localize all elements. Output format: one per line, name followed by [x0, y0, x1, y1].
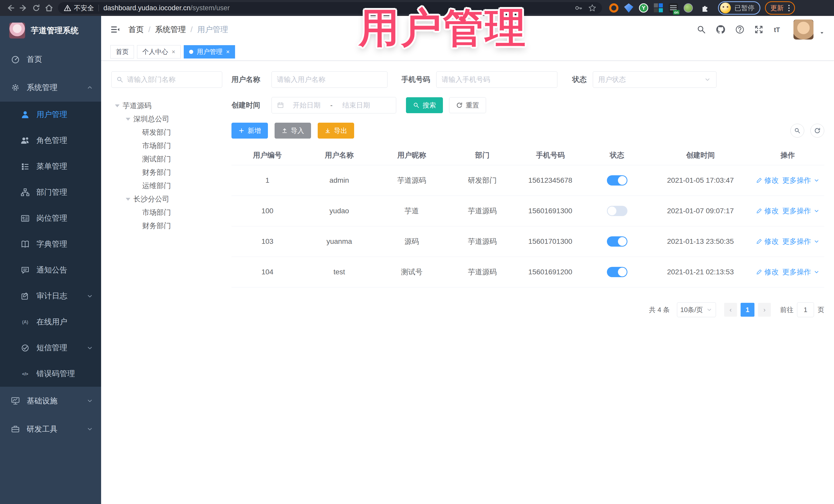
- column-header: 状态: [584, 150, 650, 160]
- tree-expand-icon[interactable]: [115, 105, 119, 107]
- page-url[interactable]: dashboard.yudao.iocoder.cn/system/user: [104, 4, 230, 12]
- tree-node[interactable]: 芋道源码: [111, 99, 222, 112]
- sidebar-logo[interactable]: 芋道管理系统: [0, 16, 101, 45]
- extension-blue-gem-icon[interactable]: [624, 3, 633, 13]
- tree-node[interactable]: 测试部门: [111, 152, 222, 166]
- sidebar-item-menu-mgmt[interactable]: 菜单管理: [0, 153, 101, 179]
- bookmark-star-icon[interactable]: [588, 4, 596, 12]
- browser-update-menu-button[interactable]: 更新: [765, 1, 795, 15]
- username-input[interactable]: [277, 76, 382, 84]
- sidebar-item-audit-log[interactable]: 审计日志: [0, 283, 101, 309]
- export-button[interactable]: 导出: [318, 123, 354, 138]
- status-toggle[interactable]: [607, 175, 628, 185]
- tree-node[interactable]: 市场部门: [111, 139, 222, 152]
- sidebar-item-dev-tools[interactable]: 研发工具: [0, 415, 101, 443]
- tabs-bar: 首页 个人中心 × 用户管理 ×: [101, 43, 834, 61]
- tab-user-mgmt[interactable]: 用户管理 ×: [184, 45, 235, 59]
- help-icon[interactable]: [735, 25, 745, 35]
- sidebar-item-dict-mgmt[interactable]: 字典管理: [0, 231, 101, 257]
- status-toggle[interactable]: [607, 267, 628, 277]
- tab-home[interactable]: 首页: [110, 45, 134, 59]
- browser-forward-button[interactable]: [17, 2, 30, 14]
- toggle-search-button[interactable]: [790, 124, 804, 137]
- tab-close-icon[interactable]: ×: [226, 48, 230, 56]
- user-avatar[interactable]: [793, 20, 813, 40]
- edit-link[interactable]: 修改: [756, 237, 779, 246]
- sidebar-item-sms-mgmt[interactable]: 短信管理: [0, 335, 101, 361]
- sidebar-item-online-users[interactable]: 在线用户: [0, 309, 101, 335]
- extension-switch-on-icon[interactable]: on: [669, 3, 678, 13]
- password-key-icon[interactable]: [574, 4, 583, 12]
- sidebar-collapse-icon[interactable]: [110, 24, 120, 35]
- add-button[interactable]: 新增: [232, 123, 268, 138]
- dept-search-input[interactable]: [127, 76, 217, 84]
- extensions-puzzle-button[interactable]: [699, 2, 711, 14]
- avatar-caret-down-icon[interactable]: [819, 30, 825, 36]
- font-size-icon[interactable]: [773, 24, 784, 35]
- fullscreen-icon[interactable]: [754, 25, 764, 35]
- sidebar-item-notice[interactable]: 通知公告: [0, 257, 101, 283]
- tree-node[interactable]: 研发部门: [111, 126, 222, 139]
- search-button[interactable]: 搜索: [406, 97, 443, 113]
- tree-expand-icon[interactable]: [126, 198, 130, 201]
- browser-reload-button[interactable]: [30, 2, 43, 14]
- page-unit-label: 页: [817, 305, 824, 314]
- date-start-input[interactable]: [286, 101, 327, 109]
- refresh-table-button[interactable]: [810, 124, 824, 137]
- date-range-picker[interactable]: -: [271, 97, 396, 113]
- extension-grid-icon[interactable]: [654, 3, 663, 13]
- tree-node[interactable]: 财务部门: [111, 166, 222, 179]
- browser-back-button[interactable]: [4, 2, 17, 14]
- status-toggle[interactable]: [607, 206, 628, 216]
- extension-leaf-icon[interactable]: [684, 3, 693, 13]
- breadcrumb-home[interactable]: 首页: [128, 24, 144, 35]
- app-frame: 芋道管理系统 首页 系统管理 用户管理 角色管理: [0, 16, 834, 504]
- page-number-button[interactable]: 1: [741, 303, 754, 317]
- tree-node[interactable]: 市场部门: [111, 206, 222, 219]
- date-end-input[interactable]: [336, 101, 377, 109]
- address-bar[interactable]: 不安全 dashboard.yudao.iocoder.cn/system/us…: [58, 2, 602, 14]
- breadcrumb-system[interactable]: 系统管理: [155, 24, 186, 35]
- more-actions-link[interactable]: 更多操作: [783, 267, 820, 277]
- sidebar-item-system[interactable]: 系统管理: [0, 73, 101, 102]
- tree-node[interactable]: 财务部门: [111, 219, 222, 233]
- breadcrumb-separator: /: [148, 25, 150, 34]
- header-search-icon[interactable]: [697, 25, 706, 35]
- sidebar-item-role-mgmt[interactable]: 角色管理: [0, 128, 101, 153]
- tree-node[interactable]: 运维部门: [111, 179, 222, 193]
- tree-node[interactable]: 长沙分公司: [111, 193, 222, 206]
- prev-page-button[interactable]: ‹: [724, 303, 737, 317]
- more-actions-link[interactable]: 更多操作: [783, 237, 820, 246]
- sidebar-item-user-mgmt[interactable]: 用户管理: [0, 102, 101, 128]
- sidebar-item-dept-mgmt[interactable]: 部门管理: [0, 179, 101, 205]
- tree-node[interactable]: 深圳总公司: [111, 112, 222, 126]
- tree-expand-icon[interactable]: [126, 118, 130, 120]
- page-size-select[interactable]: 10条/页: [677, 302, 716, 317]
- sidebar-item-home[interactable]: 首页: [0, 45, 101, 73]
- status-select[interactable]: 用户状态: [593, 71, 717, 88]
- sidebar-item-post-mgmt[interactable]: 岗位管理: [0, 205, 101, 231]
- reset-button[interactable]: 重置: [449, 97, 486, 113]
- calendar-icon: [277, 102, 284, 109]
- extension-orange-ring-icon[interactable]: [609, 3, 618, 13]
- github-icon[interactable]: [716, 24, 726, 35]
- import-button[interactable]: 导入: [275, 123, 311, 138]
- edit-link[interactable]: 修改: [756, 206, 779, 216]
- tab-profile[interactable]: 个人中心 ×: [137, 45, 181, 59]
- edit-link[interactable]: 修改: [756, 176, 779, 185]
- sidebar-item-infrastructure[interactable]: 基础设施: [0, 387, 101, 415]
- next-page-button[interactable]: ›: [758, 303, 771, 317]
- cell-dept: 研发部门: [448, 176, 516, 185]
- more-actions-link[interactable]: 更多操作: [783, 176, 820, 185]
- mobile-input[interactable]: [442, 76, 552, 84]
- edit-link[interactable]: 修改: [756, 267, 779, 277]
- browser-home-button[interactable]: [43, 2, 56, 14]
- more-actions-link[interactable]: 更多操作: [783, 206, 820, 216]
- extension-green-y-icon[interactable]: Y: [639, 3, 648, 13]
- browser-profile-chip[interactable]: 已暂停: [718, 1, 760, 15]
- security-label[interactable]: 不安全: [74, 4, 94, 13]
- goto-page-input[interactable]: [797, 302, 814, 317]
- sidebar-item-errcode-mgmt[interactable]: 错误码管理: [0, 361, 101, 387]
- tab-close-icon[interactable]: ×: [172, 48, 175, 56]
- status-toggle[interactable]: [607, 236, 628, 247]
